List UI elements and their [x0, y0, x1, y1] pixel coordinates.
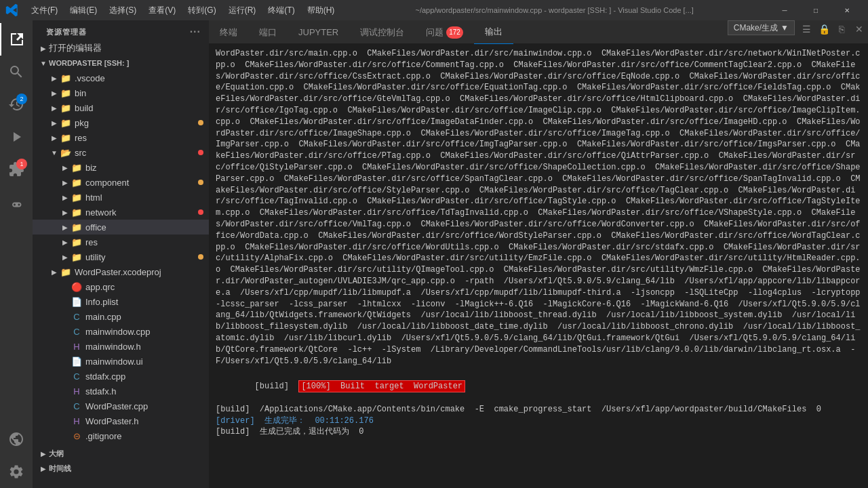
- folder-icon-src-res: 📁: [71, 236, 83, 248]
- folder-icon-component: 📁: [71, 176, 83, 188]
- sidebar-item-res[interactable]: ▶ 📁 res: [33, 130, 209, 145]
- sidebar-item-bin[interactable]: ▶ 📁 bin: [33, 85, 209, 100]
- panel-tab-jupyter[interactable]: JUPYTER: [288, 20, 349, 44]
- menu-view[interactable]: 查看(V): [143, 0, 181, 20]
- file-icon-mainwindow-ui: 📄: [71, 355, 83, 367]
- file-icon-stdafx-h: H: [71, 385, 83, 397]
- editor-area: 终端 端口 JUPYTER 调试控制台 问题 172 输出 CMake/生成 ▼…: [209, 20, 868, 488]
- file-icon-gitignore: ⊝: [71, 430, 83, 442]
- sidebar-header: 资源管理器 ···: [33, 20, 209, 41]
- panel-content[interactable]: WordPaster.dir/src/main.cpp.o CMakeFiles…: [209, 44, 868, 488]
- problems-badge: 172: [446, 26, 463, 39]
- sidebar-item-biz[interactable]: ▶ 📁 biz: [33, 160, 209, 175]
- minimize-button[interactable]: ─: [769, 0, 800, 20]
- sidebar-item-utility[interactable]: ▶ 📁 utility: [33, 249, 209, 264]
- sidebar-item-component[interactable]: ▶ 📁 component: [33, 175, 209, 190]
- panel-lock-button[interactable]: 🔒: [815, 20, 833, 38]
- menu-file[interactable]: 文件(F): [26, 0, 63, 20]
- sidebar-item-pkg[interactable]: ▶ 📁 pkg: [33, 115, 209, 130]
- sidebar-item-build[interactable]: ▶ 📁 build: [33, 100, 209, 115]
- menu-run[interactable]: 运行(R): [223, 0, 262, 20]
- sidebar-item-wordpaster-h[interactable]: ▶ H WordPaster.h: [33, 413, 209, 428]
- cmake-dropdown[interactable]: CMake/生成 ▼: [728, 20, 795, 35]
- activity-run[interactable]: [0, 121, 33, 153]
- folder-icon-utility: 📁: [71, 251, 83, 263]
- window-controls: ─ □ ✕: [769, 0, 863, 20]
- folder-icon-pkg: 📁: [60, 117, 72, 129]
- sidebar-open-editors[interactable]: ▶ 打开的编辑器: [33, 41, 209, 56]
- sidebar-item-main-cpp[interactable]: ▶ C main.cpp: [33, 309, 209, 324]
- panel-tab-debug[interactable]: 调试控制台: [349, 20, 415, 44]
- sidebar-item-timeline[interactable]: ▶ 时间线: [33, 461, 209, 476]
- open-editors-arrow: ▶: [38, 43, 49, 54]
- sidebar-item-mainwindow-ui[interactable]: ▶ 📄 mainwindow.ui: [33, 354, 209, 369]
- activity-test[interactable]: [0, 188, 33, 221]
- extensions-badge: 1: [16, 159, 27, 169]
- network-dot: [198, 209, 203, 215]
- sidebar-item-html[interactable]: ▶ 📁 html: [33, 190, 209, 205]
- utility-dot: [198, 254, 203, 260]
- activity-settings[interactable]: [0, 455, 33, 488]
- folder-icon-office: 📁: [71, 221, 83, 233]
- root-arrow: ▼: [38, 58, 49, 68]
- file-icon-wp-cpp: C: [71, 400, 83, 412]
- panel-tab-ports[interactable]: 端口: [248, 20, 288, 44]
- menu-edit[interactable]: 编辑(E): [64, 0, 102, 20]
- folder-icon-html: 📁: [71, 191, 83, 203]
- panel-tab-problems[interactable]: 问题 172: [415, 20, 474, 44]
- close-button[interactable]: ✕: [831, 0, 863, 20]
- sidebar-item-src[interactable]: ▼ 📂 src: [33, 145, 209, 160]
- sidebar-root[interactable]: ▼ WORDPASTER [SSH: ]: [33, 56, 209, 70]
- sidebar-more-button[interactable]: ···: [190, 26, 201, 38]
- sidebar-item-vscode[interactable]: ▶ 📁 .vscode: [33, 70, 209, 85]
- menu-select[interactable]: 选择(S): [104, 0, 142, 20]
- activity-source-control[interactable]: 2: [0, 88, 33, 121]
- activity-search[interactable]: [0, 56, 33, 88]
- activity-account[interactable]: [0, 423, 33, 455]
- sidebar: 资源管理器 ··· ▶ 打开的编辑器 ▼ WORDPASTER [SSH: ] …: [33, 20, 209, 488]
- panel-tab-output[interactable]: 输出: [474, 20, 513, 44]
- open-editors-label: 打开的编辑器: [49, 42, 209, 54]
- sidebar-item-mainwindow-h[interactable]: ▶ H mainwindow.h: [33, 339, 209, 354]
- panel-list-button[interactable]: ☰: [797, 20, 815, 38]
- pkg-dot: [198, 120, 203, 125]
- sidebar-item-xcodeproj[interactable]: ▶ 📁 WordPaster.xcodeproj: [33, 264, 209, 279]
- panel-close-button[interactable]: ✕: [850, 20, 868, 38]
- component-dot: [198, 180, 203, 185]
- folder-icon-xcode: 📁: [60, 266, 72, 278]
- sidebar-item-network[interactable]: ▶ 📁 network: [33, 205, 209, 220]
- folder-icon-res: 📁: [60, 131, 72, 144]
- activity-extensions[interactable]: 1: [0, 153, 33, 186]
- sidebar-item-gitignore[interactable]: ▶ ⊝ .gitignore: [33, 428, 209, 443]
- menubar: 文件(F) 编辑(E) 选择(S) 查看(V) 转到(G) 运行(R) 终端(T…: [0, 0, 868, 20]
- menu-terminal[interactable]: 终端(T): [262, 0, 300, 20]
- menu-help[interactable]: 帮助(H): [302, 0, 340, 20]
- menu-goto[interactable]: 转到(G): [182, 0, 221, 20]
- source-control-badge: 2: [16, 94, 27, 104]
- sidebar-item-outline[interactable]: ▶ 大纲: [33, 446, 209, 461]
- sidebar-item-app-qrc[interactable]: ▶ 🔴 app.qrc: [33, 279, 209, 294]
- sidebar-item-stdafx-h[interactable]: ▶ H stdafx.h: [33, 384, 209, 399]
- sidebar-item-office[interactable]: ▶ 📁 office: [33, 220, 209, 235]
- panel-copy-button[interactable]: ⎘: [833, 20, 850, 38]
- sidebar-item-stdafx-cpp[interactable]: ▶ C stdafx.cpp: [33, 369, 209, 384]
- file-icon-plist: 📄: [71, 296, 83, 308]
- activity-explorer[interactable]: [0, 23, 33, 56]
- sidebar-item-wordpaster-cpp[interactable]: ▶ C WordPaster.cpp: [33, 399, 209, 413]
- file-icon-mainwindow-h: H: [71, 340, 83, 352]
- file-icon-mainwindow-cpp: C: [71, 325, 83, 338]
- file-icon-stdafx-cpp: C: [71, 370, 83, 382]
- maximize-button[interactable]: □: [800, 0, 831, 20]
- folder-icon-vscode: 📁: [60, 72, 72, 84]
- file-icon-main-cpp: C: [71, 310, 83, 323]
- panel-tab-terminal[interactable]: 终端: [209, 20, 248, 44]
- output-build-line-1: [build] /Applications/CMake.app/Contents…: [216, 404, 861, 415]
- window-title: ~/app/wordpaster/src/mainwindow.cpp - wo…: [341, 6, 768, 14]
- activitybar: 2 1: [0, 20, 33, 488]
- output-build-done: [build] 生成已完成，退出代码为 0: [216, 426, 861, 438]
- sidebar-item-mainwindow-cpp[interactable]: ▶ C mainwindow.cpp: [33, 324, 209, 339]
- folder-icon-network: 📁: [71, 206, 83, 218]
- src-dot: [198, 150, 203, 155]
- sidebar-item-src-res[interactable]: ▶ 📁 res: [33, 235, 209, 249]
- sidebar-item-info-plist[interactable]: ▶ 📄 Info.plist: [33, 294, 209, 309]
